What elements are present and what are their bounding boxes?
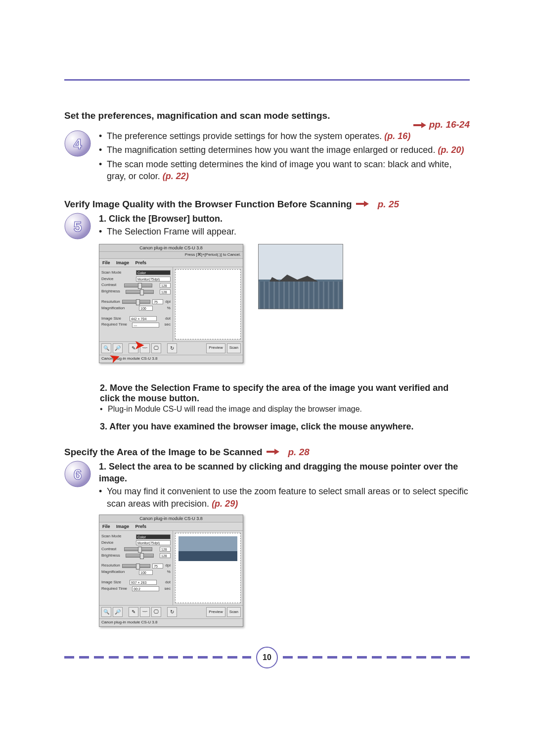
contrast-value[interactable]: 128 — [160, 547, 171, 552]
top-divider — [64, 79, 470, 81]
brightness-value[interactable]: 128 — [160, 289, 171, 294]
preview-button[interactable]: Preview — [206, 607, 225, 617]
scanner-preview-area[interactable] — [175, 269, 241, 339]
preview-image — [178, 536, 237, 561]
zoom-out-icon[interactable]: 🔎 — [113, 607, 123, 617]
section5-heading: Verify Image Quality with the Browser Fu… — [64, 199, 352, 210]
zoom-in-icon[interactable]: 🔍 — [101, 343, 111, 353]
scanner-preview-area[interactable] — [175, 533, 241, 603]
device-dropdown[interactable]: Monitor(75dpi) — [136, 540, 171, 545]
label-image-size: Image Size — [101, 316, 121, 322]
svg-text:5: 5 — [74, 218, 82, 235]
tool-icon[interactable]: ✎ — [129, 343, 138, 353]
magnification-value[interactable]: 100 — [139, 306, 153, 311]
menu-image[interactable]: Image — [116, 260, 129, 265]
list-item: The magnification setting determines how… — [99, 144, 470, 156]
section6-pp: p. 28 — [288, 447, 310, 458]
label-scan-mode: Scan Mode — [101, 270, 121, 276]
section4-bullets: The preference settings provide settings… — [99, 130, 470, 182]
scan-button[interactable]: Scan — [227, 343, 241, 353]
step-badge-4: 4 — [64, 130, 91, 157]
footer-dashes-left — [64, 656, 251, 659]
browser-button-icon[interactable]: 🖵 — [151, 607, 161, 617]
section6-step1-title: 1. Select the area to be scanned by clic… — [99, 461, 470, 485]
unit-dot: dot — [165, 316, 171, 322]
rotate-icon[interactable]: ↻ — [167, 343, 177, 353]
label-magnification: Magnification — [101, 306, 125, 311]
tool-icon[interactable]: ✎ — [129, 607, 138, 617]
menu-prefs[interactable]: Prefs — [135, 260, 147, 265]
unit-sec: sec — [165, 586, 171, 592]
contrast-slider[interactable] — [124, 284, 152, 287]
section4-heading: Set the preferences, magnification and s… — [64, 110, 330, 121]
zoom-out-icon[interactable]: 🔎 — [113, 343, 123, 353]
bullet-ref: (p. 22) — [163, 171, 189, 181]
contrast-slider[interactable] — [124, 547, 152, 551]
bullet-ref: (p. 20) — [438, 145, 464, 155]
curve-icon[interactable]: 〰 — [140, 607, 150, 617]
image-size-value: 937 × 283 — [130, 580, 157, 585]
magnification-value[interactable]: 100 — [139, 570, 153, 575]
contrast-value[interactable]: 128 — [160, 283, 171, 288]
brightness-slider[interactable] — [126, 290, 154, 294]
bullet-text: The preference settings provide settings… — [107, 131, 382, 141]
scan-mode-dropdown[interactable]: Color — [136, 270, 171, 275]
label-brightness: Brightness — [101, 289, 120, 294]
svg-text:4: 4 — [74, 136, 82, 152]
label-device: Device — [101, 277, 113, 282]
unit-sec: sec — [165, 322, 171, 328]
section6-step1-sub: You may find it convenient to use the zo… — [99, 485, 470, 510]
menu-file[interactable]: File — [102, 524, 110, 529]
list-item: The scan mode setting determines the kin… — [99, 158, 470, 183]
resolution-slider[interactable] — [122, 300, 150, 304]
scan-button[interactable]: Scan — [227, 607, 241, 617]
section6-step1-sub-text: You may find it convenient to use the zo… — [107, 486, 468, 508]
brightness-slider[interactable] — [126, 554, 154, 558]
section5-step1-sub: The Selection Frame will appear. — [99, 226, 470, 237]
curve-icon[interactable]: 〰 — [140, 343, 150, 353]
time-value: --- — [132, 323, 159, 328]
label-resolution: Resolution — [101, 299, 120, 305]
zoom-in-icon[interactable]: 🔍 — [101, 607, 111, 617]
unit-percent: % — [167, 306, 171, 311]
svg-text:6: 6 — [74, 466, 82, 482]
scanner-hint: Press [⌘]+[Period(.)] to Cancel. — [99, 252, 243, 259]
browser-button-icon[interactable]: 🖵 — [151, 343, 161, 353]
resolution-slider[interactable] — [122, 564, 150, 568]
menu-prefs[interactable]: Prefs — [135, 524, 147, 529]
unit-dot: dot — [165, 580, 171, 585]
step-badge-6: 6 — [64, 461, 91, 487]
bullet-ref: (p. 16) — [384, 131, 410, 141]
section4-page-ref: pp. 16-24 — [64, 119, 470, 130]
arrow-right-icon — [356, 200, 369, 207]
menu-file[interactable]: File — [102, 260, 110, 265]
label-resolution: Resolution — [101, 563, 120, 568]
scan-mode-dropdown[interactable]: Color — [136, 534, 171, 539]
unit-percent: % — [167, 569, 171, 575]
label-contrast: Contrast — [101, 283, 116, 288]
menu-image[interactable]: Image — [116, 524, 129, 529]
bullet-text: The magnification setting determines how… — [107, 145, 435, 155]
scanner-status: Canon plug-in module CS-U 3.8 — [99, 355, 243, 363]
resolution-value[interactable]: 75 — [152, 299, 163, 304]
section5-step2-sub: Plug-in Module CS-U will read the image … — [100, 405, 470, 414]
rotate-icon[interactable]: ↻ — [167, 607, 177, 617]
section5-pp: p. 25 — [378, 199, 399, 210]
preview-button[interactable]: Preview — [206, 343, 225, 353]
section6-heading: Specify the Area of the Image to be Scan… — [64, 447, 263, 458]
scanner-status: Canon plug-in module CS-U 3.8 — [99, 618, 243, 626]
resolution-value[interactable]: 75 — [152, 564, 163, 568]
unit-dpi: dpi — [165, 299, 171, 305]
list-item: The preference settings provide settings… — [99, 130, 470, 142]
page-footer: 10 — [64, 647, 470, 668]
brightness-value[interactable]: 128 — [160, 553, 171, 558]
device-dropdown[interactable]: Monitor(75dpi) — [136, 277, 171, 282]
unit-dpi: dpi — [165, 563, 171, 568]
page-number-badge: 10 — [256, 647, 278, 668]
label-magnification: Magnification — [101, 569, 125, 575]
sample-photo-thumbnail — [258, 244, 343, 309]
scanner-dialog-screenshot-2: Canon plug-in module CS-U 3.8 File Image… — [99, 515, 243, 627]
arrow-right-icon — [413, 122, 426, 129]
label-required-time: Required Time — [101, 322, 127, 328]
scanner-menubar: File Image Prefs — [99, 522, 243, 531]
